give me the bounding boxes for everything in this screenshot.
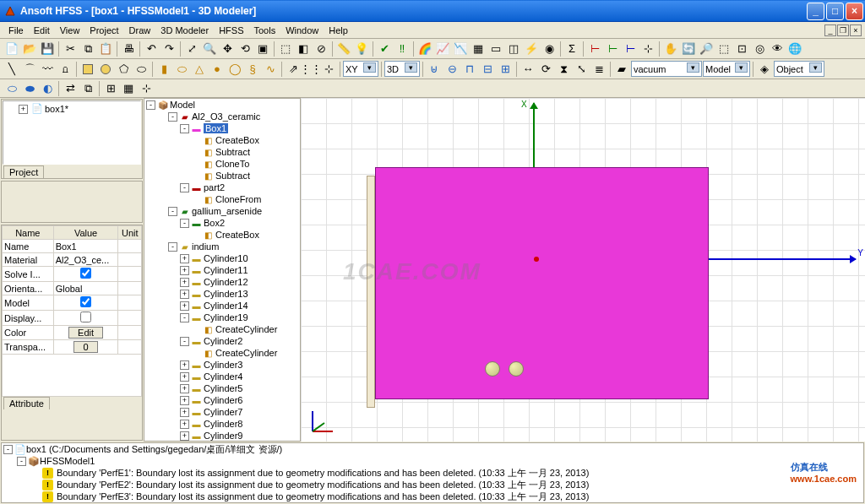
new-icon[interactable]: 📄 bbox=[3, 41, 20, 57]
menu-3d-modeler[interactable]: 3D Modeler bbox=[155, 24, 214, 37]
attribute-tab[interactable]: Attribute bbox=[3, 397, 50, 409]
model-tree[interactable]: -📦Model -▰Al2_O3_ceramic-▬Box1◧CreateBox… bbox=[144, 98, 301, 442]
eye-icon[interactable]: 👁 bbox=[769, 41, 786, 57]
torus-icon[interactable]: ◯ bbox=[226, 61, 243, 78]
msg-project[interactable]: box1 (C:/Documents and Settings/gegedan/… bbox=[26, 443, 282, 456]
project-node[interactable]: box1* bbox=[45, 104, 68, 114]
light-icon[interactable]: 💡 bbox=[353, 41, 370, 57]
warning-item[interactable]: !Boundary 'PerfE3': Boundary lost its as… bbox=[2, 490, 863, 502]
analyze-icon[interactable]: ‼ bbox=[394, 41, 411, 57]
b-move-icon[interactable]: ⇄ bbox=[62, 80, 79, 97]
snap-combo[interactable]: Object bbox=[774, 61, 824, 77]
mesh-icon[interactable]: ▦ bbox=[470, 41, 487, 57]
sphere-icon[interactable]: ● bbox=[209, 61, 226, 78]
tree-item[interactable]: +▬Cylinder6 bbox=[144, 394, 300, 406]
project-tab[interactable]: Project bbox=[3, 165, 44, 178]
viewport-3d[interactable]: X Y 1CAE.COM bbox=[301, 98, 865, 442]
plot2-icon[interactable]: 📉 bbox=[452, 41, 469, 57]
offset-icon[interactable]: ≣ bbox=[590, 61, 607, 78]
box-icon[interactable]: ▮ bbox=[155, 61, 172, 78]
prop-row[interactable]: Transpa...0 bbox=[3, 340, 142, 355]
tree-item[interactable]: +▬Cylinder10 bbox=[144, 252, 300, 264]
prop-row[interactable]: Display... bbox=[3, 311, 142, 326]
cylinder-hole-1[interactable] bbox=[485, 361, 500, 377]
prop-row[interactable]: NameBox1 bbox=[3, 240, 142, 253]
mirror-icon[interactable]: ⧗ bbox=[555, 61, 572, 78]
copy-icon[interactable]: ⧉ bbox=[79, 41, 96, 57]
cone-icon[interactable]: △ bbox=[191, 61, 208, 78]
cs-icon[interactable]: ⊹ bbox=[639, 41, 656, 57]
zoom-sel-icon[interactable]: ◎ bbox=[751, 41, 768, 57]
shaded-icon[interactable]: ◧ bbox=[295, 41, 312, 57]
properties-table[interactable]: NameValueUnit NameBox1MaterialAl2_O3_ce.… bbox=[2, 225, 142, 355]
move-icon[interactable]: ↔ bbox=[520, 61, 536, 78]
tree-item[interactable]: ◧CreateCylinder bbox=[144, 347, 300, 359]
mdi-minimize-button[interactable]: _ bbox=[824, 24, 836, 36]
message-window[interactable]: -📄 box1 (C:/Documents and Settings/geged… bbox=[1, 442, 864, 503]
b-int-icon[interactable]: ◐ bbox=[39, 80, 56, 97]
grid2-icon[interactable]: ▦ bbox=[120, 80, 137, 97]
menu-edit[interactable]: Edit bbox=[29, 24, 55, 37]
material-combo[interactable]: vacuum bbox=[631, 61, 702, 77]
imprint-icon[interactable]: ⊞ bbox=[497, 61, 514, 78]
tree-item[interactable]: +▬Cylinder3 bbox=[144, 359, 300, 371]
polygon-icon[interactable]: ⬠ bbox=[115, 61, 132, 78]
close-button[interactable]: × bbox=[846, 3, 863, 20]
tree-item[interactable]: +▬Cylinder13 bbox=[144, 288, 300, 300]
array-icon[interactable]: ⋮⋮ bbox=[302, 61, 319, 78]
prop-row[interactable]: Solve I... bbox=[3, 267, 142, 282]
sum-icon[interactable]: Σ bbox=[563, 41, 580, 57]
project-tree[interactable]: +📄 box1* bbox=[3, 100, 141, 165]
b-unite-icon[interactable]: ⬭ bbox=[3, 80, 20, 97]
prop-row[interactable]: Model bbox=[3, 295, 142, 311]
zoom-fit-icon[interactable]: ⊡ bbox=[733, 41, 750, 57]
arc-icon[interactable]: ⌒ bbox=[21, 61, 38, 78]
cylinder-icon[interactable]: ⬭ bbox=[173, 61, 190, 78]
snap-icon[interactable]: ◈ bbox=[756, 61, 773, 78]
plot-icon[interactable]: 📈 bbox=[434, 41, 451, 57]
cut-icon[interactable]: ✂ bbox=[62, 41, 79, 57]
tree-item[interactable]: +▬Cylinder4 bbox=[144, 371, 300, 382]
zoom2-icon[interactable]: 🔎 bbox=[698, 41, 715, 57]
port-icon[interactable]: ▭ bbox=[487, 41, 504, 57]
zoom-extents-icon[interactable]: ⤢ bbox=[183, 41, 200, 57]
validate-icon[interactable]: ✔ bbox=[376, 41, 393, 57]
warning-item[interactable]: !Boundary 'PerfE1': Boundary lost its as… bbox=[2, 467, 863, 479]
menu-hfss[interactable]: HFSS bbox=[214, 24, 248, 37]
redo-icon[interactable]: ↷ bbox=[160, 41, 177, 57]
menu-project[interactable]: Project bbox=[84, 24, 123, 37]
undo-icon[interactable]: ↶ bbox=[143, 41, 160, 57]
tree-item[interactable]: ◧CloneFrom bbox=[144, 193, 300, 205]
hide-icon[interactable]: ⊘ bbox=[313, 41, 329, 57]
nearfield-icon[interactable]: ◉ bbox=[541, 41, 558, 57]
rotate2-icon[interactable]: 🔄 bbox=[680, 41, 697, 57]
earth-icon[interactable]: 🌐 bbox=[786, 41, 803, 57]
menu-draw[interactable]: Draw bbox=[124, 24, 156, 37]
menu-help[interactable]: Help bbox=[324, 24, 353, 37]
print-icon[interactable]: 🖶 bbox=[120, 41, 137, 57]
split-icon[interactable]: ⊟ bbox=[479, 61, 496, 78]
zoom-in-icon[interactable]: 🔍 bbox=[201, 41, 218, 57]
circle-icon[interactable] bbox=[97, 61, 114, 78]
axis-x-icon[interactable]: ⊢ bbox=[586, 41, 603, 57]
minimize-button[interactable]: _ bbox=[807, 3, 824, 20]
menu-file[interactable]: File bbox=[3, 24, 29, 37]
sweep-icon[interactable]: ⇗ bbox=[285, 61, 302, 78]
b-sub-icon[interactable]: ⬬ bbox=[21, 80, 38, 97]
menu-window[interactable]: Window bbox=[280, 24, 324, 37]
spline-icon[interactable]: 〰 bbox=[39, 61, 56, 78]
tree-item[interactable]: -▬part2 bbox=[144, 182, 300, 193]
save-icon[interactable]: 💾 bbox=[39, 41, 56, 57]
tree-item[interactable]: -▰Al2_O3_ceramic bbox=[144, 111, 300, 122]
warning-item[interactable]: !Boundary 'PerfE2': Boundary lost its as… bbox=[2, 479, 863, 490]
tree-item[interactable]: +▬Cylinder8 bbox=[144, 418, 300, 430]
view-mode-combo[interactable]: 3D bbox=[384, 61, 420, 77]
cs-plane-combo[interactable]: XY bbox=[343, 61, 378, 77]
intersect-icon[interactable]: ⊓ bbox=[461, 61, 478, 78]
menu-tools[interactable]: Tools bbox=[248, 24, 280, 37]
tree-item[interactable]: ◧CreateCylinder bbox=[144, 323, 300, 335]
excitation-icon[interactable]: ⚡ bbox=[523, 41, 540, 57]
axis-z-icon[interactable]: ⊢ bbox=[622, 41, 639, 57]
polyline-icon[interactable]: ⩍ bbox=[57, 61, 73, 78]
tree-item[interactable]: ◧Subtract bbox=[144, 170, 300, 182]
